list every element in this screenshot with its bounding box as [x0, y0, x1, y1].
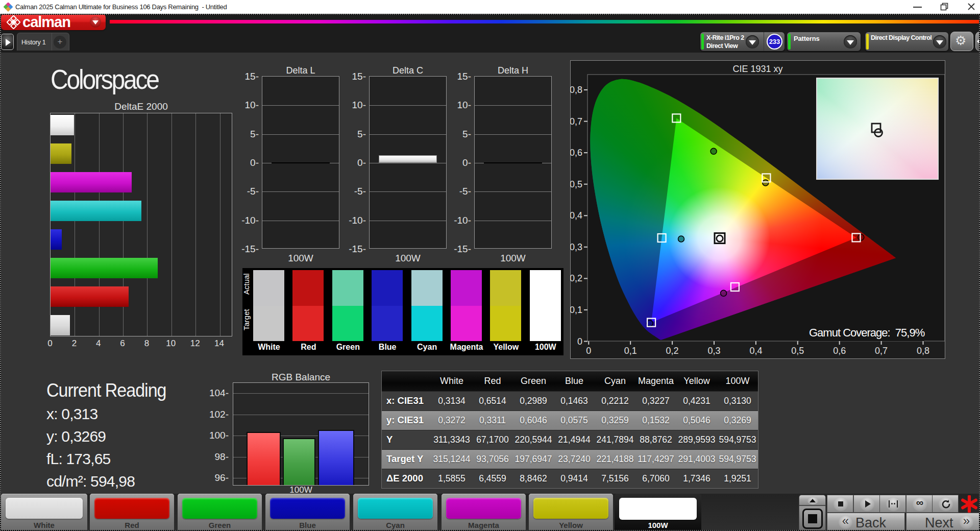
svg-text:0,8: 0,8: [917, 346, 929, 356]
svg-text:0,3: 0,3: [570, 242, 582, 252]
svg-text:0,5: 0,5: [570, 179, 582, 189]
svg-text:0,4: 0,4: [749, 346, 762, 356]
svg-text:0,8: 0,8: [570, 85, 582, 95]
svg-text:0,2: 0,2: [570, 273, 582, 283]
svg-text:0,7: 0,7: [875, 346, 888, 356]
svg-text:0: 0: [586, 346, 591, 356]
svg-text:0,5: 0,5: [791, 346, 804, 356]
svg-text:0,3: 0,3: [707, 346, 720, 356]
svg-text:0: 0: [577, 336, 582, 347]
svg-text:0,6: 0,6: [833, 346, 846, 356]
svg-text:0,2: 0,2: [666, 346, 679, 356]
svg-text:0,1: 0,1: [570, 305, 582, 315]
svg-text:0,1: 0,1: [624, 346, 637, 356]
svg-text:0,7: 0,7: [570, 116, 582, 127]
svg-text:0,4: 0,4: [570, 210, 582, 221]
svg-text:0,6: 0,6: [570, 148, 582, 158]
svg-text:Gamut Coverage: 75,9%: Gamut Coverage: 75,9%: [809, 326, 925, 339]
